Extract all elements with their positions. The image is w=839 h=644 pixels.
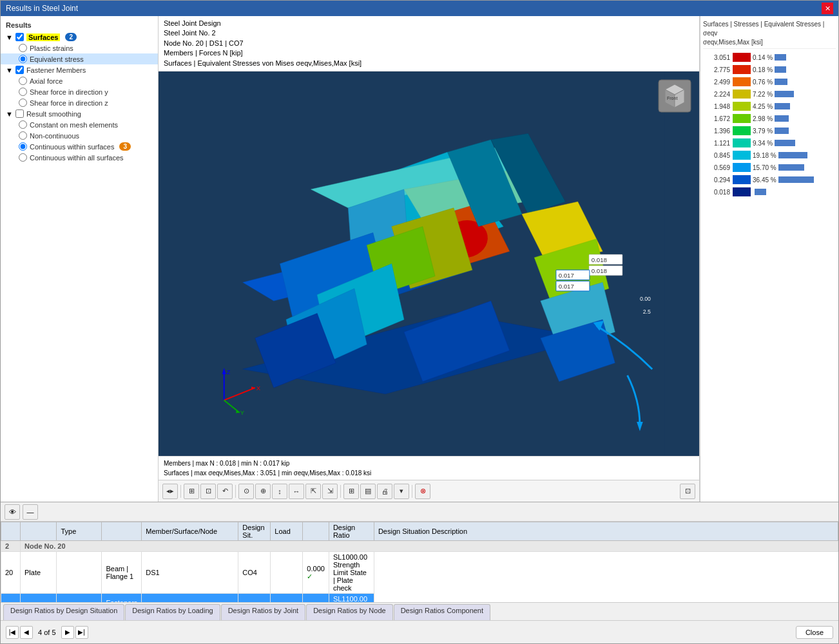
footer-right: Close xyxy=(796,626,833,639)
toolbar-btn-home[interactable]: ⇱ xyxy=(305,484,321,499)
continuous-within-radio[interactable] xyxy=(19,142,27,151)
legend-title-line1: Surfaces | Stresses | Equivalent Stresse… xyxy=(703,20,836,38)
non-continuous-radio[interactable] xyxy=(19,131,27,140)
constant-mesh-label: Constant on mesh elements xyxy=(30,121,118,129)
next-page-button[interactable]: ▶ xyxy=(61,626,74,639)
tree-non-continuous[interactable]: Non-continuous xyxy=(1,130,158,141)
equivalent-stress-radio[interactable] xyxy=(19,55,27,63)
tree-result-smoothing[interactable]: ▼ Result smoothing xyxy=(1,108,158,119)
legend-value: 0.845 xyxy=(703,152,730,159)
tab-4[interactable]: Design Ratios Component xyxy=(394,604,490,620)
eye-button[interactable]: 👁 xyxy=(5,504,20,520)
col-num xyxy=(1,522,21,541)
legend-extra-bar xyxy=(775,66,786,73)
first-page-button[interactable]: |◀ xyxy=(6,626,19,639)
col-badge xyxy=(102,522,142,541)
non-continuous-label: Non-continuous xyxy=(30,132,79,140)
row-ratio: 0.000 ✓ xyxy=(303,552,329,594)
continuous-badge: 3 xyxy=(119,142,131,151)
last-page-button[interactable]: ▶| xyxy=(75,626,88,639)
plastic-strains-radio[interactable] xyxy=(19,44,27,52)
shear-y-radio[interactable] xyxy=(19,88,27,96)
legend-row: 0.018 xyxy=(703,186,836,198)
tab-2[interactable]: Design Ratios by Joint xyxy=(221,604,305,620)
toolbar-btn-plus[interactable]: ⊕ xyxy=(255,484,271,499)
continuous-all-radio[interactable] xyxy=(19,153,27,162)
legend-extra-bar xyxy=(775,79,787,85)
axial-force-radio[interactable] xyxy=(19,77,27,85)
continuous-all-label: Continuous within all surfaces xyxy=(30,154,124,162)
tab-3[interactable]: Design Ratios by Node xyxy=(306,604,393,620)
toolbar-btn-end[interactable]: ⇲ xyxy=(322,484,338,499)
legend-row: 1.9484.25 % xyxy=(703,100,836,112)
col-type: Type xyxy=(57,522,102,541)
surfaces-label: Surfaces xyxy=(26,33,60,41)
prev-page-button[interactable]: ◀ xyxy=(20,626,33,639)
tree-shear-z[interactable]: Shear force in direction z xyxy=(1,97,158,108)
fastener-members-label: Fastener Members xyxy=(26,66,86,74)
toolbar-btn-list[interactable]: ▤ xyxy=(360,484,376,499)
surfaces-checkbox[interactable] xyxy=(15,33,24,41)
tree-axial-force[interactable]: Axial force xyxy=(1,75,158,86)
tree-plastic-strains[interactable]: Plastic strains xyxy=(1,43,158,53)
result-smoothing-label: Result smoothing xyxy=(26,110,81,118)
constant-mesh-radio[interactable] xyxy=(19,120,27,129)
tab-0[interactable]: Design Ratios by Design Situation xyxy=(3,604,124,620)
tree-shear-y[interactable]: Shear force in direction y xyxy=(1,86,158,97)
fastener-members-checkbox[interactable] xyxy=(15,66,24,74)
tree-continuous-within[interactable]: Continuous within surfaces 3 xyxy=(1,141,158,152)
legend-row: 1.3963.79 % xyxy=(703,125,836,137)
result-smoothing-checkbox[interactable] xyxy=(15,109,24,118)
tree-fastener-members[interactable]: ▼ Fastener Members xyxy=(1,64,158,75)
table-row[interactable]: Fastener 1 Fasteners 1 | Bolt 1, 2 DS1 C… xyxy=(1,594,838,603)
toolbar-btn-vert[interactable]: ↕ xyxy=(272,484,287,499)
legend-rows: 3.0510.14 %2.7750.18 %2.4990.76 %2.2247.… xyxy=(703,52,836,198)
close-window-button[interactable]: ✕ xyxy=(822,3,833,14)
toolbar-btn-dropdown[interactable]: ▾ xyxy=(394,484,409,499)
legend-row: 0.29436.45 % xyxy=(703,174,836,185)
legend-row: 0.56915.70 % xyxy=(703,162,836,173)
close-button[interactable]: Close xyxy=(796,626,833,639)
separator4 xyxy=(412,485,412,498)
separator1 xyxy=(180,485,181,498)
row-num xyxy=(1,594,21,603)
toolbar-btn-maximize[interactable]: ⊡ xyxy=(680,484,695,499)
tabs-bar: Design Ratios by Design SituationDesign … xyxy=(1,602,838,620)
tree-surfaces[interactable]: ▼ Surfaces 2 xyxy=(1,32,158,43)
center-panel: Steel Joint Design Steel Joint No. 2 Nod… xyxy=(159,16,700,502)
toolbar-btn-table[interactable]: ⊞ xyxy=(343,484,359,499)
tree-continuous-all[interactable]: Continuous within all surfaces xyxy=(1,152,158,163)
toolbar-btn-circle[interactable]: ⊙ xyxy=(238,484,254,499)
expand-icon: ▼ xyxy=(6,33,13,41)
status-line1: Members | max N : 0.018 | min N : 0.017 … xyxy=(164,459,694,468)
shear-y-label: Shear force in direction y xyxy=(30,88,108,96)
shear-z-radio[interactable] xyxy=(19,99,27,107)
legend-color-swatch xyxy=(733,187,751,196)
row-ds: DS1 xyxy=(142,594,238,603)
legend-bar-container: 9.34 % xyxy=(733,138,836,147)
toolbar-btn-print[interactable]: 🖨 xyxy=(377,484,392,499)
legend-title-line2: σeqv,Mises,Max [ksi] xyxy=(703,38,836,47)
legend-pct: 4.25 % xyxy=(753,103,773,110)
dash-button[interactable]: — xyxy=(23,504,38,520)
toolbar-btn-mode[interactable]: ◂▸ xyxy=(162,484,178,499)
legend-value: 0.569 xyxy=(703,164,730,171)
toolbar-btn-render[interactable]: ⊡ xyxy=(200,484,216,499)
toolbar-btn-close-x[interactable]: ⊗ xyxy=(415,484,430,499)
legend-pct: 7.22 % xyxy=(753,91,773,98)
toolbar-btn-grid[interactable]: ⊞ xyxy=(184,484,199,499)
tree-equivalent-stress[interactable]: Equivalent stress xyxy=(1,53,158,64)
table-header-row: Type Member/Surface/Node Design Sit. Loa… xyxy=(1,522,838,541)
toolbar-btn-horiz[interactable]: ↔ xyxy=(289,484,304,499)
legend-color-swatch xyxy=(733,175,751,184)
legend-extra-bar xyxy=(775,128,789,134)
table-row[interactable]: 20 Plate Beam | Flange 1 DS1 CO4 0.000 ✓… xyxy=(1,552,838,594)
page-nav: |◀ ◀ 4 of 5 ▶ ▶| xyxy=(6,626,88,639)
legend-extra-bar xyxy=(778,164,804,171)
viewport-toolbar: ◂▸ ⊞ ⊡ ↶ ⊙ ⊕ ↕ ↔ ⇱ ⇲ ⊞ ▤ 🖨 ▾ ⊗ ⊡ xyxy=(159,480,699,502)
svg-text:Z: Z xyxy=(227,368,231,375)
tab-1[interactable]: Design Ratios by Loading xyxy=(125,604,220,620)
tree-constant-mesh[interactable]: Constant on mesh elements xyxy=(1,119,158,130)
orientation-cube[interactable]: Front xyxy=(655,77,694,115)
toolbar-btn-undo[interactable]: ↶ xyxy=(217,484,233,499)
